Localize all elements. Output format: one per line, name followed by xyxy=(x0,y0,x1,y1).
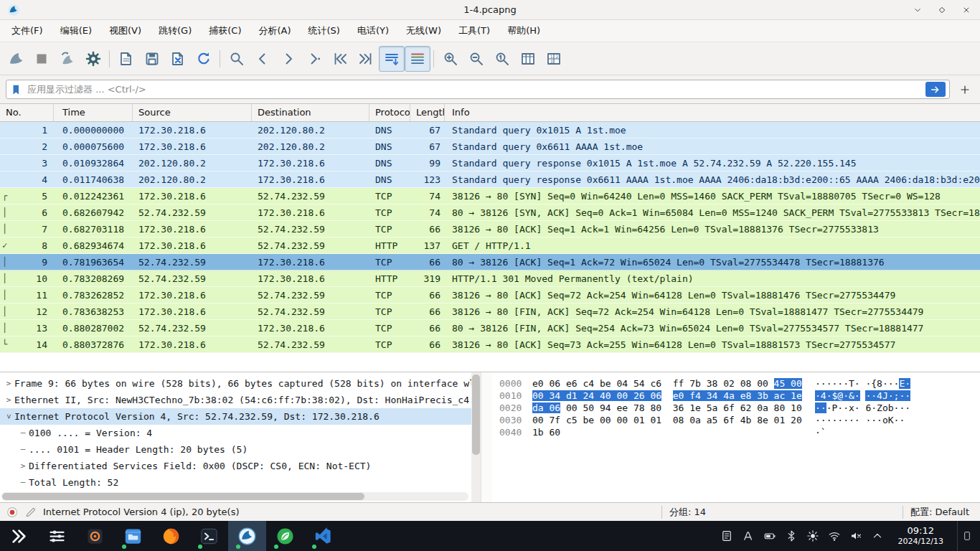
reload-file-button[interactable] xyxy=(191,46,217,72)
capture-comment-icon[interactable] xyxy=(24,506,37,519)
detail-line[interactable]: >Frame 9: 66 bytes on wire (528 bits), 6… xyxy=(0,375,471,392)
wifi-tray-button[interactable] xyxy=(828,529,842,543)
window-maximize-button[interactable] xyxy=(936,4,948,17)
multitask-view-taskbar-button[interactable] xyxy=(38,521,76,551)
packet-row[interactable]: ┌50.012242361172.30.218.652.74.232.59TCP… xyxy=(0,188,980,204)
display-filter-input[interactable]: 应用显示过滤器 ... <Ctrl-/> xyxy=(6,80,950,99)
details-horizontal-scrollbar[interactable] xyxy=(1,492,468,501)
column-header-source[interactable]: Source xyxy=(133,104,252,121)
packet-row[interactable]: │60.68260794252.74.232.59172.30.218.6TCP… xyxy=(0,204,980,221)
start-menu-taskbar-button[interactable] xyxy=(0,521,38,551)
packet-row[interactable]: 30.010932864202.120.80.2172.30.218.6DNS9… xyxy=(0,155,980,171)
auto-scroll-button[interactable] xyxy=(379,46,405,72)
start-capture-button[interactable] xyxy=(3,46,29,72)
restart-capture-button[interactable] xyxy=(55,46,80,72)
filter-bookmark-icon[interactable] xyxy=(10,83,23,96)
brightness-tray-button[interactable] xyxy=(806,529,820,543)
detail-line[interactable]: >Internet Protocol Version 4, Src: 52.74… xyxy=(0,408,471,425)
menu-statistics[interactable]: 统计(S) xyxy=(300,21,349,41)
status-profile[interactable]: 配置: Default xyxy=(903,506,974,519)
menu-view[interactable]: 视图(V) xyxy=(100,21,150,41)
go-last-packet-button[interactable] xyxy=(353,46,379,72)
hex-row[interactable]: 0000e0 06 e6 c4 be 04 54 c6 ff 7b 38 02 … xyxy=(499,377,980,390)
packet-row[interactable]: │130.88028700252.74.232.59172.30.218.6TC… xyxy=(0,320,980,336)
show-desktop-button[interactable] xyxy=(957,521,976,551)
terminal-taskbar-button[interactable] xyxy=(190,521,228,551)
volume-muted-tray-button[interactable] xyxy=(849,529,863,543)
hex-dump-pane[interactable]: 0000e0 06 e6 c4 be 04 54 c6 ff 7b 38 02 … xyxy=(492,372,980,502)
bluetooth-tray-button[interactable] xyxy=(785,529,798,543)
tree-collapsed-icon[interactable]: > xyxy=(3,392,14,408)
packet-row[interactable]: │100.78320826952.74.232.59172.30.218.6HT… xyxy=(0,270,980,287)
scrollbar-thumb[interactable] xyxy=(2,493,364,500)
menu-analyze[interactable]: 分析(A) xyxy=(250,21,299,41)
app-center-taskbar-button[interactable] xyxy=(76,521,114,551)
firefox-taskbar-button[interactable] xyxy=(152,521,190,551)
open-file-button[interactable] xyxy=(113,46,139,72)
hex-row[interactable]: 003000 7f c5 be 00 00 01 01 08 0a a5 6f … xyxy=(499,414,980,426)
menu-wireless[interactable]: 无线(W) xyxy=(397,21,450,41)
add-filter-button[interactable] xyxy=(956,80,974,99)
packet-row[interactable]: 20.000075600172.30.218.6202.120.80.2DNS6… xyxy=(0,138,980,155)
go-first-packet-button[interactable] xyxy=(327,46,353,72)
input-method-tray-button[interactable] xyxy=(742,529,755,543)
capture-options-button[interactable] xyxy=(80,46,106,72)
detail-line[interactable]: ─Total Length: 52 xyxy=(0,474,471,491)
packet-row[interactable]: │70.682703118172.30.218.652.74.232.59TCP… xyxy=(0,221,980,237)
detail-line[interactable]: >Differentiated Services Field: 0x00 (DS… xyxy=(0,458,471,474)
find-packet-button[interactable] xyxy=(224,46,250,72)
packet-row[interactable]: 40.011740638202.120.80.2172.30.218.6DNS1… xyxy=(0,171,980,188)
packet-row[interactable]: │110.783262852172.30.218.652.74.232.59TC… xyxy=(0,287,980,303)
close-file-button[interactable] xyxy=(165,46,191,72)
tree-collapsed-icon[interactable]: > xyxy=(3,375,14,392)
pane-splitter[interactable] xyxy=(481,372,492,502)
menu-help[interactable]: 帮助(H) xyxy=(499,21,549,41)
column-header-time[interactable]: Time xyxy=(54,104,133,121)
menu-edit[interactable]: 编辑(E) xyxy=(52,21,100,41)
detail-line[interactable]: >Ethernet II, Src: NewH3CTechno_7b:38:02… xyxy=(0,392,471,408)
zoom-out-button[interactable] xyxy=(463,46,489,72)
menu-tools[interactable]: 工具(T) xyxy=(450,21,499,41)
resize-columns-button[interactable] xyxy=(515,46,541,72)
expert-info-icon[interactable] xyxy=(6,506,19,519)
tree-expanded-icon[interactable]: > xyxy=(1,411,17,423)
taskbar-clock[interactable]: 09:12 2024/12/13 xyxy=(898,525,943,547)
file-manager-taskbar-button[interactable] xyxy=(114,521,152,551)
packet-row[interactable]: ✓80.682934674172.30.218.652.74.232.59HTT… xyxy=(0,237,980,254)
details-vertical-scrollbar[interactable] xyxy=(471,372,481,502)
hex-row[interactable]: 0020da 06 00 50 94 ee 78 80 36 1e 5a 6f … xyxy=(499,402,980,414)
notes-tray-button[interactable] xyxy=(720,529,734,543)
column-header-info[interactable]: Info xyxy=(445,104,980,121)
scrollbar-thumb[interactable] xyxy=(472,375,480,455)
wireshark-taskbar-button[interactable] xyxy=(228,521,266,551)
packet-row[interactable]: └140.880372876172.30.218.652.74.232.59TC… xyxy=(0,336,980,353)
packet-row[interactable]: 10.000000000172.30.218.6202.120.80.2DNS6… xyxy=(0,122,980,138)
chevron-up-tray-button[interactable] xyxy=(871,529,885,543)
zoom-original-button[interactable] xyxy=(489,46,515,72)
hex-row[interactable]: 001000 34 d1 24 40 00 26 06 e0 f4 34 4a … xyxy=(499,390,980,402)
detail-line[interactable]: ─.... 0101 = Header Length: 20 bytes (5) xyxy=(0,441,471,458)
go-forward-button[interactable] xyxy=(275,46,301,72)
zoom-in-button[interactable] xyxy=(438,46,463,72)
column-header-protocol[interactable]: Protocol xyxy=(369,104,410,121)
green-app-taskbar-button[interactable] xyxy=(266,521,304,551)
code-app-taskbar-button[interactable] xyxy=(304,521,342,551)
packet-row[interactable]: │120.783638253172.30.218.652.74.232.59TC… xyxy=(0,303,980,320)
go-to-packet-button[interactable] xyxy=(301,46,327,72)
menu-go[interactable]: 跳转(G) xyxy=(150,21,200,41)
tree-collapsed-icon[interactable]: > xyxy=(17,458,29,474)
menu-capture[interactable]: 捕获(C) xyxy=(200,21,250,41)
apply-filter-button[interactable] xyxy=(925,82,946,97)
colorize-button[interactable] xyxy=(405,46,430,72)
hex-row[interactable]: 00401b 60·` xyxy=(499,426,980,438)
column-header-destination[interactable]: Destination xyxy=(252,104,369,121)
column-header-length[interactable]: Length xyxy=(410,104,445,121)
window-close-button[interactable] xyxy=(960,4,973,17)
column-header-no[interactable]: No. xyxy=(0,104,54,121)
stop-capture-button[interactable] xyxy=(29,46,55,72)
battery-tray-button[interactable] xyxy=(763,529,777,543)
window-minimize-button[interactable] xyxy=(911,4,924,17)
save-file-button[interactable] xyxy=(139,46,165,72)
go-back-button[interactable] xyxy=(250,46,275,72)
column-layout-button[interactable]: 123 xyxy=(541,46,567,72)
